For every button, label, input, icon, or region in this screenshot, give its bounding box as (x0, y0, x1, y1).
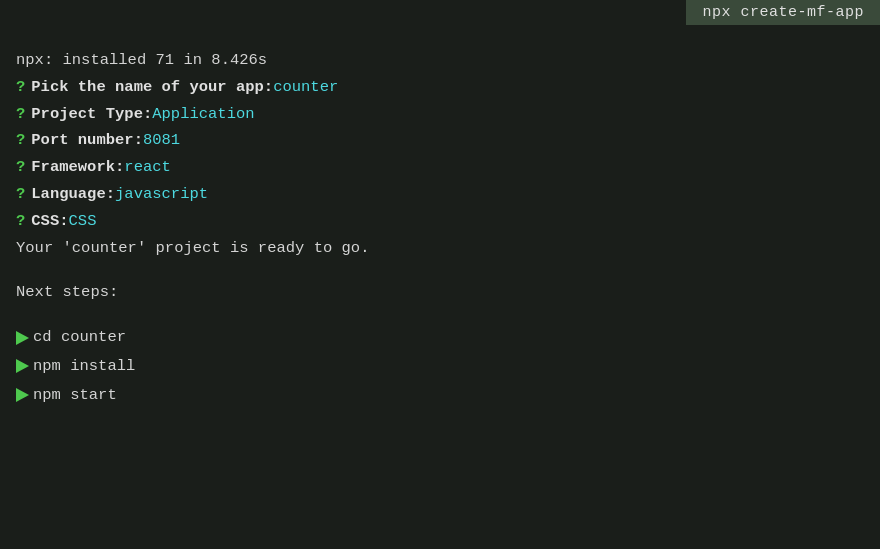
q6-icon: ? (16, 209, 25, 234)
framework-value: react (124, 155, 171, 180)
cmd2-text: npm install (33, 354, 135, 379)
cmd2-line: npm install (16, 354, 864, 379)
q2-icon: ? (16, 102, 25, 127)
play-icon-3 (16, 388, 29, 402)
framework-label: Framework: (31, 155, 124, 180)
css-line: ? CSS: CSS (16, 209, 864, 234)
play-icon-2 (16, 359, 29, 373)
cmd1-text: cd counter (33, 325, 126, 350)
q5-icon: ? (16, 182, 25, 207)
cmd1-line: cd counter (16, 325, 864, 350)
ready-text: Your 'counter' project is ready to go. (16, 236, 369, 261)
port-label: Port number: (31, 128, 143, 153)
language-label: Language: (31, 182, 115, 207)
app-name-line: ? Pick the name of your app: counter (16, 75, 864, 100)
port-value: 8081 (143, 128, 180, 153)
installed-line: npx: installed 71 in 8.426s (16, 48, 864, 73)
css-label: CSS: (31, 209, 68, 234)
q1-icon: ? (16, 75, 25, 100)
port-line: ? Port number: 8081 (16, 128, 864, 153)
language-line: ? Language: javascript (16, 182, 864, 207)
cmd3-line: npm start (16, 383, 864, 408)
project-type-value: Application (152, 102, 254, 127)
title-bar: npx create-mf-app (686, 0, 880, 25)
app-name-value: counter (273, 75, 338, 100)
css-value: CSS (69, 209, 97, 234)
q4-icon: ? (16, 155, 25, 180)
next-steps-text: Next steps: (16, 280, 118, 305)
ready-line: Your 'counter' project is ready to go. (16, 236, 864, 261)
spacer1 (16, 262, 864, 280)
language-value: javascript (115, 182, 208, 207)
play-icon-1 (16, 331, 29, 345)
spacer2 (16, 307, 864, 325)
next-steps-line: Next steps: (16, 280, 864, 305)
project-type-label: Project Type: (31, 102, 152, 127)
framework-line: ? Framework: react (16, 155, 864, 180)
cmd3-text: npm start (33, 383, 117, 408)
project-type-line: ? Project Type: Application (16, 102, 864, 127)
q3-icon: ? (16, 128, 25, 153)
title-label: npx create-mf-app (702, 4, 864, 21)
installed-text: npx: installed 71 in 8.426s (16, 48, 267, 73)
terminal-content: npx: installed 71 in 8.426s ? Pick the n… (16, 48, 864, 408)
app-name-label: Pick the name of your app: (31, 75, 273, 100)
terminal: npx create-mf-app npx: installed 71 in 8… (0, 0, 880, 549)
